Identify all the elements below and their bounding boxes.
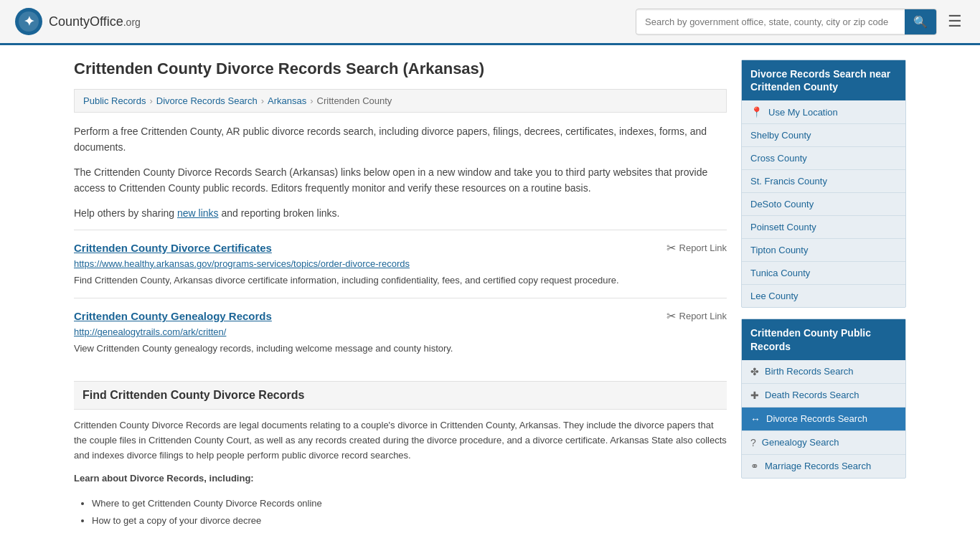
breadcrumb-arkansas[interactable]: Arkansas — [268, 95, 306, 106]
use-my-location-link[interactable]: Use My Location — [768, 107, 838, 118]
marriage-records-link[interactable]: Marriage Records Search — [765, 461, 871, 471]
report-link-1[interactable]: ✂ Report Link — [666, 241, 727, 255]
use-my-location-item[interactable]: 📍 Use My Location — [742, 100, 905, 124]
birth-records-icon: ✤ — [750, 366, 759, 377]
breadcrumb-public-records[interactable]: Public Records — [83, 95, 146, 106]
logo-text: CountyOffice.org — [49, 14, 141, 29]
description-3: Help others by sharing new links and rep… — [74, 205, 727, 221]
cross-county-link[interactable]: Cross County — [750, 153, 807, 164]
nearby-county-tunica[interactable]: Tunica County — [742, 262, 905, 285]
record-link-1: Crittenden County Divorce Certificates ✂… — [74, 230, 727, 298]
report-link-2-label: Report Link — [679, 311, 727, 321]
site-header: ✦ CountyOffice.org 🔍 ☰ — [0, 0, 980, 45]
search-bar: 🔍 — [636, 9, 937, 35]
search-input[interactable] — [636, 11, 905, 33]
record-link-2-title[interactable]: Crittenden County Genealogy Records — [74, 310, 272, 322]
nearby-section: Divorce Records Search near Crittenden C… — [741, 60, 906, 308]
tunica-county-link[interactable]: Tunica County — [750, 268, 810, 278]
nearby-county-poinsett[interactable]: Poinsett County — [742, 216, 905, 239]
record-link-2: Crittenden County Genealogy Records ✂ Re… — [74, 298, 727, 367]
location-pin-icon: 📍 — [750, 106, 763, 118]
divorce-records-link[interactable]: Divorce Records Search — [766, 413, 867, 424]
svg-text:✦: ✦ — [24, 14, 34, 29]
logo[interactable]: ✦ CountyOffice.org — [14, 7, 141, 36]
genealogy-icon: ? — [750, 437, 756, 448]
bullet-item-2: How to get a copy of your divorce decree — [92, 512, 727, 529]
lee-county-link[interactable]: Lee County — [750, 291, 798, 301]
record-link-1-header: Crittenden County Divorce Certificates ✂… — [74, 241, 727, 255]
logo-icon: ✦ — [14, 7, 43, 36]
bullet-list: Where to get Crittenden County Divorce R… — [92, 495, 727, 529]
breadcrumb-current: Crittenden County — [317, 95, 392, 106]
breadcrumb: Public Records › Divorce Records Search … — [74, 89, 727, 113]
sidebar-birth-records[interactable]: ✤ Birth Records Search — [742, 360, 905, 384]
sidebar-marriage-records[interactable]: ⚭ Marriage Records Search — [742, 455, 905, 478]
body-text-main: Crittenden County Divorce Records are le… — [74, 418, 727, 463]
scissors-icon-1: ✂ — [666, 241, 676, 255]
description-1: Perform a free Crittenden County, AR pub… — [74, 123, 727, 156]
st-francis-county-link[interactable]: St. Francis County — [750, 176, 827, 187]
nearby-county-desoto[interactable]: DeSoto County — [742, 193, 905, 216]
search-button[interactable]: 🔍 — [905, 9, 936, 34]
birth-records-link[interactable]: Birth Records Search — [765, 366, 854, 377]
public-records-section: Crittenden County Public Records ✤ Birth… — [741, 319, 906, 478]
desc3-prefix: Help others by sharing — [74, 207, 177, 219]
main-content: Crittenden County Divorce Records Search… — [74, 60, 727, 529]
learn-heading: Learn about Divorce Records, including: — [74, 471, 727, 486]
logo-suffix: .org — [123, 17, 141, 28]
sidebar-death-records[interactable]: ✚ Death Records Search — [742, 384, 905, 408]
desc3-suffix: and reporting broken links. — [219, 207, 340, 219]
sidebar-divorce-records[interactable]: ↔ Divorce Records Search — [742, 408, 905, 431]
nearby-county-lee[interactable]: Lee County — [742, 285, 905, 307]
header-right: 🔍 ☰ — [636, 9, 966, 35]
poinsett-county-link[interactable]: Poinsett County — [750, 222, 816, 232]
shelby-county-link[interactable]: Shelby County — [750, 130, 811, 141]
page-container: Crittenden County Divorce Records Search… — [60, 45, 920, 543]
public-records-section-title: Crittenden County Public Records — [742, 319, 905, 359]
breadcrumb-sep-2: › — [261, 95, 264, 106]
nearby-county-cross[interactable]: Cross County — [742, 147, 905, 170]
record-link-1-desc: Find Crittenden County, Arkansas divorce… — [74, 273, 727, 288]
tipton-county-link[interactable]: Tipton County — [750, 245, 808, 255]
scissors-icon-2: ✂ — [666, 309, 676, 323]
nearby-county-shelby[interactable]: Shelby County — [742, 124, 905, 147]
desoto-county-link[interactable]: DeSoto County — [750, 199, 814, 209]
record-link-1-title[interactable]: Crittenden County Divorce Certificates — [74, 242, 272, 254]
record-link-1-url[interactable]: https://www.healthy.arkansas.gov/program… — [74, 258, 727, 269]
report-link-2[interactable]: ✂ Report Link — [666, 309, 727, 323]
breadcrumb-divorce-records-search[interactable]: Divorce Records Search — [156, 95, 258, 106]
report-link-1-label: Report Link — [679, 242, 727, 253]
sidebar: Divorce Records Search near Crittenden C… — [741, 60, 906, 529]
learn-heading-bold: Learn about Divorce Records, including: — [74, 473, 254, 484]
death-records-link[interactable]: Death Records Search — [765, 390, 859, 400]
nearby-county-st-francis[interactable]: St. Francis County — [742, 170, 905, 193]
bullet-item-1: Where to get Crittenden County Divorce R… — [92, 495, 727, 512]
breadcrumb-sep-3: › — [310, 95, 313, 106]
divorce-records-icon: ↔ — [750, 413, 760, 425]
new-links-link[interactable]: new links — [177, 207, 219, 219]
genealogy-search-link[interactable]: Genealogy Search — [762, 437, 839, 448]
record-link-2-header: Crittenden County Genealogy Records ✂ Re… — [74, 309, 727, 323]
sidebar-genealogy-search[interactable]: ? Genealogy Search — [742, 431, 905, 455]
record-link-2-desc: View Crittenden County genealogy records… — [74, 342, 727, 356]
hamburger-menu-icon[interactable]: ☰ — [944, 9, 966, 34]
find-records-section-heading: Find Crittenden County Divorce Records — [74, 381, 727, 410]
logo-main-text: CountyOffice — [49, 14, 123, 29]
nearby-county-tipton[interactable]: Tipton County — [742, 239, 905, 262]
death-records-icon: ✚ — [750, 390, 759, 401]
marriage-records-icon: ⚭ — [750, 461, 759, 472]
nearby-section-title: Divorce Records Search near Crittenden C… — [742, 60, 905, 100]
breadcrumb-sep-1: › — [149, 95, 152, 106]
page-title: Crittenden County Divorce Records Search… — [74, 60, 727, 78]
record-link-2-url[interactable]: http://genealogytrails.com/ark/critten/ — [74, 326, 727, 337]
description-2: The Crittenden County Divorce Records Se… — [74, 164, 727, 197]
